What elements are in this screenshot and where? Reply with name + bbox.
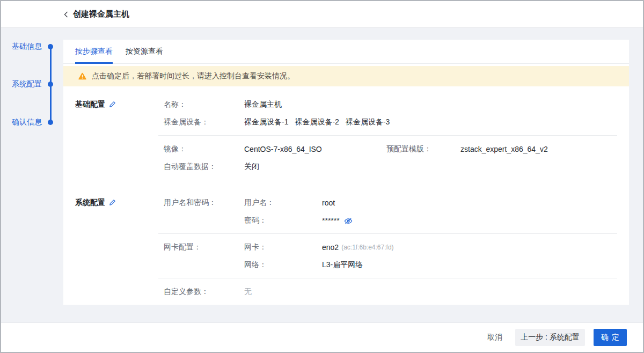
field-sublabel: 网卡： — [244, 242, 322, 252]
field-row: 自定义参数：无 — [164, 283, 617, 300]
back-button[interactable] — [63, 11, 69, 18]
field-row: 密码：****** — [164, 211, 617, 229]
page-title: 创建裸金属主机 — [73, 9, 129, 19]
field-label: 用户名和密码： — [164, 198, 244, 208]
step-label: 确认信息 — [12, 117, 43, 127]
field-sublabel: 密码： — [244, 216, 322, 225]
field-row: 自动覆盖数据：关闭 — [164, 158, 617, 175]
summary-content: 基础配置名称：裸金属主机裸金属设备：裸金属设备-1裸金属设备-2裸金属设备-3镜… — [63, 86, 629, 300]
section-title: 基础配置 — [75, 100, 105, 109]
warning-triangle-icon — [78, 72, 86, 80]
section-header: 基础配置 — [75, 95, 164, 113]
tab-view-by-resource[interactable]: 按资源查看 — [126, 40, 163, 64]
field-value: 裸金属主机 — [244, 100, 282, 109]
field-value-suffix: (ac:1f:6b:e4:67:fd) — [341, 244, 393, 251]
edit-button[interactable] — [109, 101, 116, 108]
field-value: 无 — [244, 287, 252, 297]
field-value: 关闭 — [244, 162, 259, 172]
field-label: 名称： — [164, 100, 244, 109]
field-label: 预配置模版： — [386, 144, 460, 154]
field-row: 用户名和密码：用户名：root — [164, 194, 617, 211]
divider — [158, 233, 617, 234]
footer-bar: 取消 上一步 : 系统配置 确定 — [1, 322, 643, 352]
field-value: root — [322, 198, 335, 207]
tab-bar: 按步骤查看 按资源查看 — [63, 40, 629, 64]
field-sublabel: 网络： — [244, 260, 322, 270]
field-row: 名称：裸金属主机 — [164, 95, 617, 113]
divider — [158, 135, 617, 136]
field-value: 裸金属设备-1 — [244, 117, 288, 127]
section-rows: 名称：裸金属主机裸金属设备：裸金属设备-1裸金属设备-2裸金属设备-3镜像：Ce… — [164, 95, 617, 175]
field-value: 裸金属设备-2 — [295, 117, 339, 127]
step-label: 基础信息 — [12, 42, 43, 52]
pencil-icon — [109, 199, 116, 206]
confirm-button[interactable]: 确定 — [594, 329, 627, 346]
field-label: 自动覆盖数据： — [164, 162, 244, 172]
previous-step-button[interactable]: 上一步 : 系统配置 — [515, 329, 585, 346]
field-label: 镜像： — [164, 144, 244, 154]
divider — [158, 278, 617, 278]
step-label: 系统配置 — [12, 79, 43, 89]
main-card: 按步骤查看 按资源查看 点击确定后，若部署时间过长，请进入控制台查看安装情况。 … — [63, 40, 629, 305]
field-pair-right: 预配置模版：zstack_expert_x86_64_v2 — [386, 140, 548, 158]
field-value: eno2 — [322, 243, 339, 252]
section-title: 系统配置 — [75, 198, 105, 208]
stepper: 基础信息 系统配置 确认信息 — [1, 28, 63, 162]
field-row: 裸金属设备：裸金属设备-1裸金属设备-2裸金属设备-3 — [164, 113, 617, 131]
warning-text: 点击确定后，若部署时间过长，请进入控制台查看安装情况。 — [92, 71, 295, 81]
step-dot — [48, 120, 53, 125]
field-row: 网络：L3-扁平网络 — [164, 256, 617, 274]
section-header: 系统配置 — [75, 194, 164, 211]
summary-section: 系统配置用户名和密码：用户名：root密码：******网卡配置：网卡：eno2… — [75, 194, 617, 300]
field-row: 镜像：CentOS-7-x86_64_ISO预配置模版：zstack_exper… — [164, 140, 617, 158]
field-label: 裸金属设备： — [164, 117, 244, 127]
step-dot — [48, 44, 53, 49]
field-value: L3-扁平网络 — [322, 260, 363, 270]
page-header: 创建裸金属主机 — [1, 1, 643, 28]
field-value: CentOS-7-x86_64_ISO — [244, 145, 322, 153]
stepper-step-basic-info[interactable]: 基础信息 — [1, 41, 63, 52]
eye-invisible-icon — [344, 217, 353, 225]
warning-banner: 点击确定后，若部署时间过长，请进入控制台查看安装情况。 — [63, 66, 629, 86]
field-label: 自定义参数： — [164, 287, 244, 297]
edit-button[interactable] — [109, 199, 116, 206]
field-row: 网卡配置：网卡：eno2(ac:1f:6b:e4:67:fd) — [164, 238, 617, 256]
field-value: 裸金属设备-3 — [346, 117, 390, 127]
field-label: 网卡配置： — [164, 242, 244, 252]
tab-view-by-step[interactable]: 按步骤查看 — [75, 40, 113, 64]
pencil-icon — [109, 101, 116, 108]
cancel-button[interactable]: 取消 — [487, 333, 502, 342]
step-dot — [48, 82, 53, 87]
field-value: zstack_expert_x86_64_v2 — [460, 145, 548, 153]
field-values: 裸金属设备-1裸金属设备-2裸金属设备-3 — [244, 117, 390, 127]
summary-section: 基础配置名称：裸金属主机裸金属设备：裸金属设备-1裸金属设备-2裸金属设备-3镜… — [75, 95, 617, 175]
toggle-password-visibility-button[interactable] — [344, 217, 353, 225]
stepper-step-system-config[interactable]: 系统配置 — [1, 79, 63, 90]
stepper-step-confirm-info[interactable]: 确认信息 — [1, 117, 63, 128]
field-sublabel: 用户名： — [244, 198, 322, 208]
field-value: ****** — [322, 216, 340, 225]
section-rows: 用户名和密码：用户名：root密码：******网卡配置：网卡：eno2(ac:… — [164, 194, 617, 300]
chevron-left-icon — [63, 11, 69, 18]
